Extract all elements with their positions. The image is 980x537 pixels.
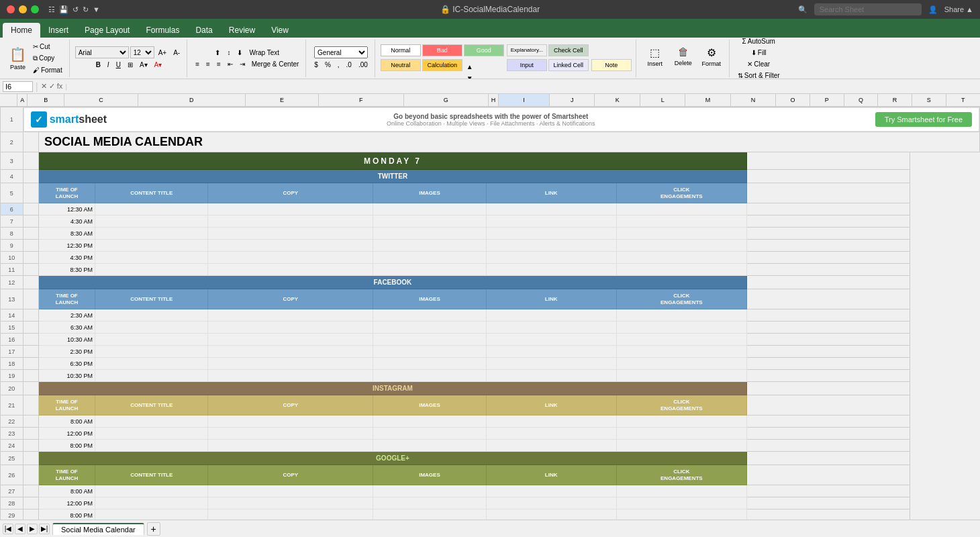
tab-data[interactable]: Data [187, 23, 220, 38]
font-color-button[interactable]: A▾ [152, 60, 165, 70]
col-header-c[interactable]: C [64, 94, 138, 106]
sort-filter-button[interactable]: ⇅ Sort & Filter [735, 70, 783, 80]
style-neutral[interactable]: Neutral [381, 59, 421, 71]
clear-button[interactable]: ✕ Clear [744, 59, 773, 69]
empty-cell[interactable] [746, 289, 910, 309]
cell-f7[interactable] [486, 215, 616, 228]
style-note[interactable]: Note [591, 59, 632, 71]
align-right-button[interactable]: ≡ [214, 59, 224, 69]
style-normal[interactable]: Normal [381, 44, 421, 56]
col-header-q[interactable]: Q [844, 94, 879, 106]
cut-button[interactable]: ✂Cut [30, 42, 65, 52]
cell-e9[interactable] [373, 240, 486, 252]
col-header-g[interactable]: G [404, 94, 489, 106]
try-smartsheet-button[interactable]: Try Smartsheet for Free [875, 112, 972, 127]
cell-d6[interactable] [208, 203, 373, 215]
cell-reference-input[interactable] [3, 81, 33, 92]
font-select[interactable]: Arial [75, 46, 129, 58]
align-top-button[interactable]: ⬆ [212, 48, 223, 58]
comma-button[interactable]: , [335, 60, 342, 70]
empty-cell[interactable] [746, 170, 910, 183]
cell-f6[interactable] [486, 203, 616, 215]
col-header-f[interactable]: F [319, 94, 403, 106]
empty-cell[interactable] [23, 152, 38, 170]
col-header-p[interactable]: P [810, 94, 844, 106]
cell-d8[interactable] [208, 228, 373, 240]
style-calculation[interactable]: Calculation [422, 59, 462, 71]
minimize-button[interactable] [19, 5, 27, 13]
maximize-button[interactable] [31, 5, 39, 13]
col-header-n[interactable]: N [731, 94, 776, 106]
col-header-m[interactable]: M [685, 94, 730, 106]
last-sheet-button[interactable]: ▶| [39, 524, 50, 534]
tab-formulas[interactable]: Formulas [138, 23, 187, 38]
currency-button[interactable]: $ [311, 60, 321, 70]
tab-review[interactable]: Review [221, 23, 263, 38]
col-header-d[interactable]: D [138, 94, 246, 106]
delete-cells-button[interactable]: 🗑Delete [670, 45, 697, 72]
cell-d9[interactable] [208, 240, 373, 252]
italic-button[interactable]: I [105, 60, 112, 70]
empty-cell[interactable] [746, 252, 910, 264]
empty-cell[interactable] [746, 152, 910, 170]
cell-g9[interactable] [616, 240, 746, 252]
col-header-t[interactable]: T [946, 94, 980, 106]
share-button[interactable]: Share ▲ [944, 5, 973, 13]
empty-cell[interactable] [23, 170, 38, 183]
cell-c11[interactable] [95, 264, 208, 276]
style-linked-cell[interactable]: Linked Cell [548, 59, 589, 71]
format-cells-button[interactable]: ⚙Format [698, 45, 725, 72]
cell-c7[interactable] [95, 215, 208, 228]
cell-a10[interactable] [23, 252, 38, 264]
add-sheet-button[interactable]: + [147, 522, 160, 536]
cell-a6[interactable] [23, 203, 38, 215]
increase-indent-button[interactable]: ⇥ [237, 59, 248, 69]
tab-view[interactable]: View [263, 23, 297, 38]
empty-cell[interactable] [746, 276, 910, 289]
cell-g10[interactable] [616, 252, 746, 264]
wrap-text-button[interactable]: Wrap Text [246, 48, 282, 58]
cell-f9[interactable] [486, 240, 616, 252]
cell-c9[interactable] [95, 240, 208, 252]
empty-cell[interactable] [746, 240, 910, 252]
style-good[interactable]: Good [464, 44, 504, 56]
cell-c8[interactable] [95, 228, 208, 240]
cell-f11[interactable] [486, 264, 616, 276]
increase-decimal-button[interactable]: .00 [356, 60, 371, 70]
paste-button[interactable]: 📋 Paste [7, 45, 29, 72]
empty-cell[interactable] [23, 289, 38, 309]
cell-b11[interactable]: 8:30 PM [38, 264, 95, 276]
cell-b9[interactable]: 12:30 PM [38, 240, 95, 252]
sheet-scroll-area[interactable]: 1 ✓ smartsheet Go beyond basic spreadshe… [0, 107, 980, 520]
col-header-s[interactable]: S [912, 94, 946, 106]
formula-input[interactable] [70, 83, 977, 91]
sheet-tab-social-media[interactable]: Social Media Calendar [52, 523, 144, 535]
col-header-i[interactable]: I [499, 94, 550, 106]
cell-e10[interactable] [373, 252, 486, 264]
cell-a7[interactable] [23, 215, 38, 228]
cell-d11[interactable] [208, 264, 373, 276]
empty-cell[interactable] [23, 183, 38, 203]
copy-button[interactable]: ⧉Copy [30, 53, 65, 64]
cell-b6[interactable]: 12:30 AM [38, 203, 95, 215]
close-button[interactable] [7, 5, 15, 13]
tab-page-layout[interactable]: Page Layout [77, 23, 138, 38]
decrease-indent-button[interactable]: ⇤ [225, 59, 236, 69]
cell-e6[interactable] [373, 203, 486, 215]
decrease-decimal-button[interactable]: .0 [344, 60, 354, 70]
empty-cell[interactable] [746, 203, 910, 215]
search-input[interactable] [814, 3, 922, 15]
cell-e11[interactable] [373, 264, 486, 276]
cell-d10[interactable] [208, 252, 373, 264]
first-sheet-button[interactable]: |◀ [3, 524, 13, 534]
align-bottom-button[interactable]: ⬇ [234, 48, 245, 58]
align-left-button[interactable]: ≡ [193, 59, 202, 69]
align-middle-button[interactable]: ↕ [224, 48, 233, 58]
cell-b10[interactable]: 4:30 PM [38, 252, 95, 264]
col-header-h[interactable]: H [489, 94, 499, 106]
insert-cells-button[interactable]: ⬚Insert [642, 45, 669, 72]
col-header-l[interactable]: L [640, 94, 685, 106]
format-painter-button[interactable]: 🖌Format [30, 65, 65, 75]
empty-cell[interactable] [746, 228, 910, 240]
cell-d7[interactable] [208, 215, 373, 228]
